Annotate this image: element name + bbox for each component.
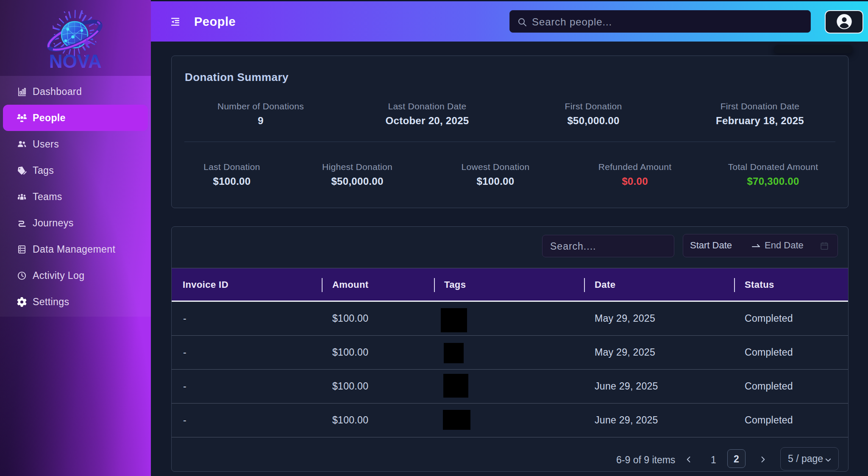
svg-text:NOVA: NOVA: [49, 51, 102, 72]
